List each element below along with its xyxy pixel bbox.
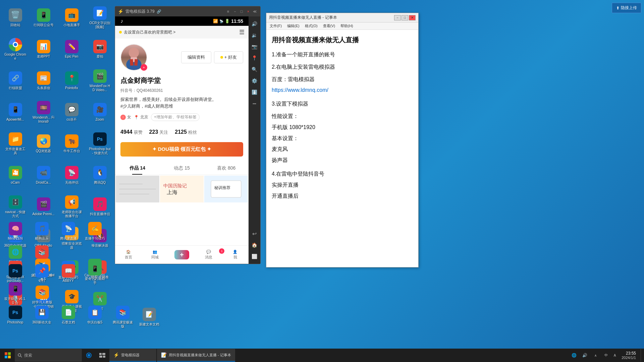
icon-chrome[interactable]: Google Chrome <box>3 34 28 64</box>
svg-text:秘训推荐: 秘训推荐 <box>214 185 230 190</box>
icon-ppt[interactable]: 📊 老师PPT <box>31 34 56 64</box>
menu-help[interactable]: 帮助(H) <box>338 23 355 29</box>
emulator-maximize-btn[interactable]: □ <box>239 9 244 14</box>
menu-format[interactable]: 格式(O) <box>303 23 320 29</box>
top-right-upload-btn[interactable]: ⬆ 隐接上传 <box>612 3 641 13</box>
icon-adobe-premiere[interactable]: 🎬 Adobe Premi... <box>31 192 56 222</box>
icon-mindzen[interactable]: 🧠 Mind ZEN <box>3 221 28 242</box>
notepad-close-btn[interactable]: ✕ <box>409 15 416 20</box>
icon-wuta[interactable]: 📡 无他伴侣 <box>59 160 84 190</box>
tray-network[interactable]: 🌐 <box>569 349 579 362</box>
icon-psstudy[interactable]: Ps pshStudy... <box>3 261 28 286</box>
icon-droidca[interactable]: 📹 DroidCa... <box>31 160 56 190</box>
tray-ime[interactable]: A <box>612 349 618 362</box>
icon-xiaodi[interactable]: 📺 小地直播手 <box>59 3 84 33</box>
tool-install[interactable]: ⬇️ <box>250 87 259 97</box>
taskbar-emulator-app[interactable]: ⚡ 雷电模拟器 <box>109 349 156 362</box>
tool-recent[interactable]: ⬜ <box>250 252 259 261</box>
notepad-line-1: 1.准备一个能开直播的账号 <box>272 50 413 60</box>
icon-wonderfox[interactable]: 🎬 WonderFox HD Video... <box>87 66 112 96</box>
create-button[interactable]: + <box>174 250 189 259</box>
icon-navicat[interactable]: 🗄️ navicat - 快捷方式 <box>3 192 28 222</box>
notepad-maximize-btn[interactable]: □ <box>401 15 408 20</box>
emulator-minimize-btn[interactable]: － <box>232 9 237 14</box>
icon-abbyy[interactable]: 📖 ABBYY <box>56 261 81 286</box>
nav-messages[interactable]: 💬 消息 1 <box>195 250 222 260</box>
icon-ocr-video[interactable]: 📝 OCR文字识别[视频] <box>87 3 112 33</box>
icon-douyin-live[interactable]: 🎵 抖音直播伴侣 <box>87 192 112 222</box>
add-friend-button[interactable]: + 好友 <box>214 51 243 63</box>
icon-apowermi[interactable]: 📱 ApowerMi... <box>3 97 28 127</box>
show-desktop-btn[interactable] <box>641 349 643 362</box>
dou-banner[interactable]: ✦ DOU福袋 领百元红包 ✦ <box>120 142 243 157</box>
icon-qq-browser[interactable]: 🌏 QQ浏览器 <box>31 129 56 159</box>
icon-iqiyi[interactable]: 📱 爱奇艺万能助手 <box>82 261 107 286</box>
hamburger-icon[interactable]: ☰ <box>239 28 245 36</box>
svg-rect-26 <box>103 356 105 358</box>
upload-icon: ⬆ <box>616 6 620 10</box>
tray-input-method[interactable]: 中 <box>601 349 611 362</box>
nav-create[interactable]: + <box>168 250 195 259</box>
icon-pointofix[interactable]: 📍 Pointofix <box>59 66 84 96</box>
tool-camera[interactable]: 📷 <box>250 42 259 51</box>
icon-zoom[interactable]: 🎥 Zoom <box>87 97 112 127</box>
thumbnail-1[interactable] <box>116 176 159 202</box>
notepad-minimize-btn[interactable]: － <box>394 15 401 20</box>
tool-settings[interactable]: ⚙️ <box>250 76 259 85</box>
tray-volume[interactable]: 🔊 <box>580 349 589 362</box>
notification-banner[interactable]: 去设置自己喜欢的背景图吧 > ☰ <box>115 26 249 39</box>
icon-kugo[interactable]: 🎵 酷狗音乐 <box>29 221 54 242</box>
task-view-btn[interactable] <box>96 349 109 362</box>
icon-shimo[interactable]: 📄 石墨文档 <box>56 304 81 326</box>
icon-toutiao[interactable]: 📰 头条原创 <box>31 66 56 96</box>
icon-recycle-bin[interactable]: 🗑️ 回收站 <box>3 3 28 33</box>
tool-volume-down[interactable]: 🔉 <box>250 31 259 40</box>
tab-dynamics[interactable]: 动态 15 <box>160 162 204 175</box>
tab-works[interactable]: 作品 14 <box>115 162 160 175</box>
icon-new-text[interactable]: 📝 新建文本文档 <box>137 304 162 330</box>
icon-qq[interactable]: 🐧 腾讯QQ <box>87 160 112 190</box>
icon-xingru[interactable]: 🔗 行锐联盟 <box>3 66 28 96</box>
taskbar-notepad-app[interactable]: 📝 用抖音视频直播来做无人直播 - 记事本 <box>157 349 235 362</box>
menu-edit[interactable]: 编辑(E) <box>285 23 302 29</box>
cortana-btn[interactable] <box>83 349 95 362</box>
icon-huawo[interactable]: 📋 华沃白板5 <box>82 304 107 326</box>
menu-view[interactable]: 查看(V) <box>321 23 337 29</box>
icon-tengxunke[interactable]: 📡 腾讯课直播 <box>56 221 81 242</box>
icon-haoxueli[interactable]: 📚 好学习人教版 <box>30 284 55 306</box>
emulator-close-btn[interactable]: × <box>246 9 251 14</box>
edit-profile-button[interactable]: 编辑资料 <box>181 51 211 63</box>
tool-more[interactable]: ••• <box>250 99 259 108</box>
nav-home[interactable]: 🏠 首页 <box>115 250 142 260</box>
tool-back[interactable]: ↩ <box>250 229 259 238</box>
nav-nearby[interactable]: 👥 同城 <box>142 250 169 260</box>
tool-volume-up[interactable]: 🔊 <box>250 19 259 28</box>
icon-zhibo-write[interactable]: ✍️ 直播手写技巧 <box>82 221 107 242</box>
icon-file-batch[interactable]: 📁 文件批量改工具 <box>3 129 28 159</box>
icon-photoshop-shortcut[interactable]: Ps Photoshop but - 快捷方式 <box>87 129 112 159</box>
icon-lianjian[interactable]: 📱 行间联公众号 <box>31 3 56 33</box>
tool-location[interactable]: 📍 <box>250 53 259 63</box>
tool-zoom[interactable]: 🔍 <box>250 65 259 74</box>
emulator-collapse-btn[interactable]: ≪ <box>252 9 258 14</box>
emulator-menu-btn[interactable]: ≡ <box>225 9 231 14</box>
icon-niuniu[interactable]: 🐂 牛牛工作台 <box>59 129 84 159</box>
icon-tengxun-class[interactable]: 📚 腾讯课堂极速版 <box>110 304 135 330</box>
icon-laoshi-out[interactable]: 📢 老师联合出课推播平台 <box>59 192 84 222</box>
system-clock[interactable]: 23:55 2024/1/1 <box>619 351 639 360</box>
thumbnail-2[interactable]: 中国历险记 上海 <box>160 176 204 202</box>
icon-ocam[interactable]: 🎦 oCam <box>3 160 28 190</box>
start-button[interactable] <box>1 349 14 362</box>
tab-likes[interactable]: 喜欢 806 <box>204 162 249 175</box>
icon-wondershare[interactable]: 🎞️ Wondersh... Filmora9 <box>31 97 56 127</box>
tool-home-phone[interactable]: 🏠 <box>250 240 259 250</box>
icon-cs[interactable]: 💬 cs语不 <box>59 97 84 127</box>
search-taskbar-btn[interactable]: 搜索 <box>15 349 82 362</box>
icon-aipai[interactable]: 📷 爱拍 <box>87 34 112 64</box>
menu-file[interactable]: 文件(F) <box>268 23 284 29</box>
notepad-content[interactable]: 用抖音视频直播来做无人直播 1.准备一个能开直播的账号 2.在电脑上安装雷电模拟… <box>266 30 418 267</box>
icon-epic-pen[interactable]: ✏️ Epic Pen <box>59 34 84 64</box>
nav-profile[interactable]: 👤 我 <box>222 250 249 260</box>
add-tags-button[interactable]: +增加年龄、学校等标签 <box>151 113 200 121</box>
thumbnail-3[interactable]: 秘训推荐 <box>204 176 248 202</box>
